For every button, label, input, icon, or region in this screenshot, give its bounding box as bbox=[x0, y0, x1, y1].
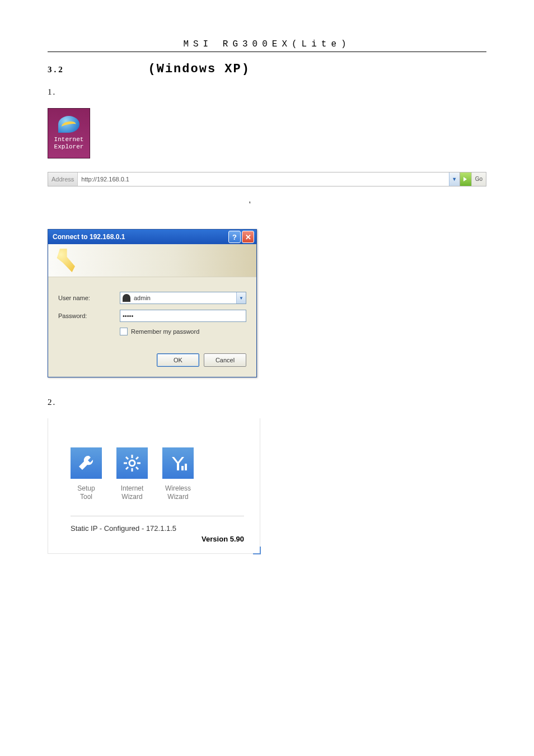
svg-line-7 bbox=[136, 457, 138, 459]
wrench-icon bbox=[71, 447, 102, 479]
svg-rect-10 bbox=[181, 466, 184, 470]
address-input[interactable]: http://192.168.0.1 bbox=[78, 172, 448, 186]
auth-dialog: Connect to 192.168.0.1 ? ✕ User name: ad… bbox=[48, 229, 257, 377]
internet-wizard-button[interactable]: Internet Wizard bbox=[116, 447, 148, 501]
go-button[interactable] bbox=[460, 172, 471, 186]
username-label: User name: bbox=[58, 295, 120, 301]
username-dropdown-icon[interactable]: ▼ bbox=[236, 292, 246, 304]
svg-rect-9 bbox=[177, 464, 179, 470]
remember-label: Remember my password bbox=[131, 328, 199, 335]
internet-wizard-label: Internet Wizard bbox=[116, 484, 148, 501]
page-header: MSI RG300EX(Lite) bbox=[48, 39, 486, 52]
wizard-panel: Setup Tool Internet Wizard Wireless Wiza… bbox=[48, 418, 260, 554]
setup-tool-button[interactable]: Setup Tool bbox=[71, 447, 102, 501]
user-icon bbox=[123, 294, 130, 302]
body-filler-1: ' bbox=[48, 197, 486, 213]
password-value: ••••• bbox=[123, 312, 133, 319]
setup-tool-label: Setup Tool bbox=[71, 484, 102, 501]
ie-swoosh-icon bbox=[58, 116, 79, 133]
help-button[interactable]: ? bbox=[228, 231, 241, 243]
svg-rect-11 bbox=[185, 464, 187, 470]
ie-label-2: Explorer bbox=[54, 143, 84, 151]
antenna-icon bbox=[162, 447, 194, 479]
cancel-button[interactable]: Cancel bbox=[204, 353, 246, 367]
svg-line-5 bbox=[126, 457, 128, 459]
version-label: Version 5.90 bbox=[71, 535, 244, 543]
address-bar: Address http://192.168.0.1 ▼ Go bbox=[48, 172, 486, 186]
address-dropdown-icon[interactable]: ▼ bbox=[449, 172, 460, 186]
dialog-banner bbox=[48, 244, 256, 277]
svg-point-0 bbox=[129, 460, 135, 466]
password-input[interactable]: ••••• bbox=[120, 310, 246, 322]
address-label: Address bbox=[48, 172, 78, 186]
dialog-title: Connect to 192.168.0.1 bbox=[50, 233, 227, 241]
internet-explorer-icon[interactable]: Internet Explorer bbox=[48, 108, 90, 158]
section-title: (Windows XP) bbox=[148, 62, 250, 76]
svg-line-8 bbox=[126, 467, 128, 469]
wireless-wizard-label: Wireless Wizard bbox=[162, 484, 194, 501]
go-label: Go bbox=[471, 172, 486, 186]
step-1-number: 1. bbox=[48, 87, 56, 96]
gear-icon bbox=[116, 447, 148, 479]
ie-label-1: Internet bbox=[54, 136, 84, 143]
username-value: admin bbox=[134, 295, 151, 301]
svg-line-6 bbox=[136, 467, 138, 469]
close-button[interactable]: ✕ bbox=[242, 231, 254, 243]
step-2-number: 2. bbox=[48, 398, 56, 407]
connection-status: Static IP - Configured - 172.1.1.5 bbox=[71, 524, 244, 533]
section-number: 3.2 bbox=[48, 65, 65, 74]
username-input[interactable]: admin ▼ bbox=[120, 292, 246, 304]
divider bbox=[71, 516, 244, 516]
ok-button[interactable]: OK bbox=[157, 353, 199, 367]
password-label: Password: bbox=[58, 312, 120, 319]
resize-handle-icon bbox=[253, 547, 261, 554]
keys-icon bbox=[55, 249, 75, 272]
dialog-titlebar: Connect to 192.168.0.1 ? ✕ bbox=[48, 230, 256, 244]
remember-checkbox[interactable] bbox=[120, 328, 128, 335]
wireless-wizard-button[interactable]: Wireless Wizard bbox=[162, 447, 194, 501]
